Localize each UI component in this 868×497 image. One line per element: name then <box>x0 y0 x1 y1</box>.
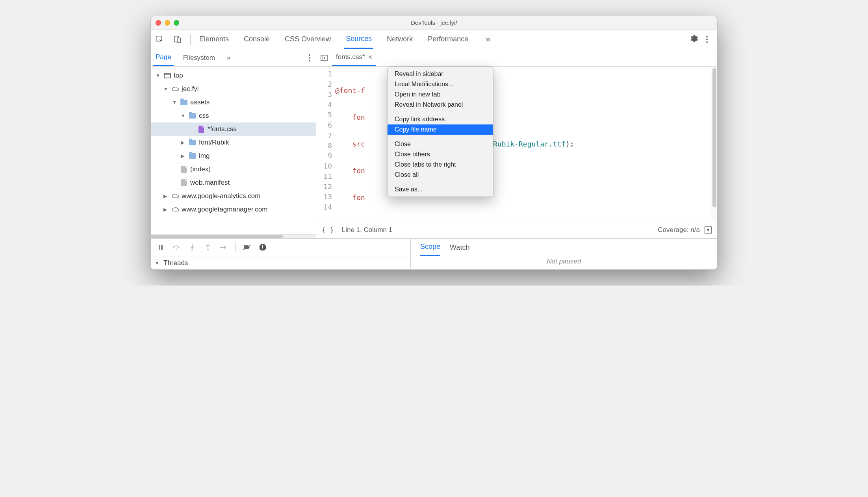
tab-elements[interactable]: Elements <box>198 30 230 49</box>
device-toggle-icon[interactable] <box>169 30 186 49</box>
cm-reveal-sidebar[interactable]: Reveal in sidebar <box>388 69 493 79</box>
chevron-right-icon: ▶ <box>163 207 169 212</box>
tree-label: *fonts.css <box>208 125 237 133</box>
line-gutter: 123 456 789 101112 1314 <box>316 67 335 221</box>
tree-folder-css[interactable]: ▼ css <box>151 109 316 122</box>
cm-open-new-tab[interactable]: Open in new tab <box>388 89 493 100</box>
tab-watch[interactable]: Watch <box>450 239 469 256</box>
chevron-right-icon: ▶ <box>163 193 169 199</box>
debugger-right: Scope Watch Not paused <box>411 239 717 269</box>
step-icon[interactable] <box>219 243 228 252</box>
cm-copy-file-name[interactable]: Copy file name <box>388 124 493 135</box>
coverage-status: Coverage: n/a <box>658 226 700 234</box>
folder-icon <box>189 152 197 160</box>
svg-point-9 <box>207 249 209 250</box>
step-over-icon[interactable] <box>172 243 181 252</box>
pause-exceptions-icon[interactable] <box>258 243 267 252</box>
debugger-toolbar <box>151 239 410 256</box>
cm-close-right[interactable]: Close tabs to the right <box>388 159 493 170</box>
svg-rect-6 <box>161 245 163 250</box>
svg-point-7 <box>176 249 177 250</box>
editor-tab-fonts[interactable]: fonts.css* × <box>332 49 376 66</box>
maximize-window-icon[interactable] <box>174 20 179 26</box>
cm-separator <box>388 182 493 182</box>
cloud-icon <box>171 206 179 213</box>
pause-icon[interactable] <box>156 243 165 252</box>
threads-section[interactable]: ▼ Threads <box>151 256 410 269</box>
cm-copy-link[interactable]: Copy link address <box>388 114 493 124</box>
sidebar-kebab-icon[interactable] <box>306 54 313 61</box>
main-tabs: Elements Console CSS Overview Sources Ne… <box>195 30 688 49</box>
inspect-icon[interactable] <box>151 30 168 49</box>
main-toolbar: Elements Console CSS Overview Sources Ne… <box>151 30 717 49</box>
close-window-icon[interactable] <box>156 20 161 26</box>
tree-file-fonts[interactable]: *fonts.css <box>151 122 316 136</box>
context-menu: Reveal in sidebar Local Modifications...… <box>387 67 493 197</box>
editor-scrollbar[interactable] <box>711 67 717 221</box>
chevron-right-icon: ▶ <box>181 153 186 159</box>
cm-close-all[interactable]: Close all <box>388 170 493 180</box>
step-into-icon[interactable] <box>188 243 197 252</box>
window-title: DevTools - jec.fyi/ <box>151 19 717 26</box>
tree-top[interactable]: ▼ top <box>151 69 316 82</box>
svg-rect-2 <box>177 38 180 43</box>
sidebar-tab-more[interactable]: » <box>224 49 233 66</box>
separator <box>235 243 236 252</box>
dropdown-icon[interactable]: ▼ <box>705 226 712 234</box>
chevron-down-icon: ▼ <box>172 100 178 105</box>
tree-label: www.google-analytics.com <box>182 192 260 200</box>
editor-panel: fonts.css* × 123 456 789 101112 1314 @fo… <box>316 49 717 238</box>
tree-label: css <box>199 112 209 120</box>
chevron-right-icon: ▶ <box>181 140 186 145</box>
kebab-menu-icon[interactable] <box>703 36 711 43</box>
cm-close-others[interactable]: Close others <box>388 149 493 159</box>
tree-label: font/Rubik <box>199 139 229 147</box>
tab-scope[interactable]: Scope <box>420 239 440 256</box>
tab-console[interactable]: Console <box>242 30 271 49</box>
tab-css-overview[interactable]: CSS Overview <box>283 30 332 49</box>
sidebar-tabs: Page Filesystem » <box>151 49 316 67</box>
tree-domain-gtm[interactable]: ▶ www.googletagmanager.com <box>151 203 316 216</box>
pretty-print-icon[interactable]: { } <box>322 226 334 234</box>
tree-folder-assets[interactable]: ▼ assets <box>151 96 316 109</box>
chevron-down-icon: ▼ <box>181 113 186 119</box>
sidebar-tab-filesystem[interactable]: Filesystem <box>181 49 217 66</box>
minimize-window-icon[interactable] <box>165 20 170 26</box>
tree-domain[interactable]: ▼ jec.fyi <box>151 82 316 96</box>
cursor-position: Line 1, Column 1 <box>342 226 393 234</box>
svg-rect-12 <box>262 245 263 248</box>
step-out-icon[interactable] <box>204 243 212 252</box>
tab-network[interactable]: Network <box>385 30 414 49</box>
chevron-down-icon: ▼ <box>156 73 161 78</box>
traffic-lights <box>156 20 179 26</box>
editor-tabs: fonts.css* × <box>316 49 717 67</box>
debugger-panel: ▼ Threads Scope Watch Not paused <box>151 238 717 269</box>
tab-performance[interactable]: Performance <box>426 30 470 49</box>
not-paused-label: Not paused <box>411 256 717 269</box>
cm-local-modifications[interactable]: Local Modifications... <box>388 79 493 89</box>
debugger-left: ▼ Threads <box>151 239 411 269</box>
settings-icon[interactable] <box>689 34 698 45</box>
svg-point-8 <box>191 249 193 250</box>
tab-sources[interactable]: Sources <box>344 30 373 49</box>
sidebar-scrollbar[interactable] <box>151 234 316 238</box>
cloud-icon <box>171 85 179 93</box>
deactivate-breakpoints-icon[interactable] <box>243 243 251 252</box>
cm-save-as[interactable]: Save as... <box>388 184 493 195</box>
cm-close[interactable]: Close <box>388 139 493 149</box>
cm-separator <box>388 112 493 112</box>
frame-icon <box>163 72 171 80</box>
sidebar-tab-page[interactable]: Page <box>153 49 174 66</box>
file-icon <box>180 165 188 173</box>
folder-icon <box>180 98 188 106</box>
tree-folder-font-rubik[interactable]: ▶ font/Rubik <box>151 136 316 149</box>
tree-folder-img[interactable]: ▶ img <box>151 149 316 163</box>
toggle-navigator-icon[interactable] <box>316 54 332 62</box>
tree-file-index[interactable]: (index) <box>151 163 316 176</box>
tree-domain-ga[interactable]: ▶ www.google-analytics.com <box>151 189 316 203</box>
close-tab-icon[interactable]: × <box>368 53 373 61</box>
tree-label: www.googletagmanager.com <box>182 206 267 213</box>
cm-reveal-network[interactable]: Reveal in Network panel <box>388 100 493 110</box>
tree-file-manifest[interactable]: web.manifest <box>151 176 316 189</box>
more-tabs-icon[interactable]: » <box>482 34 494 45</box>
